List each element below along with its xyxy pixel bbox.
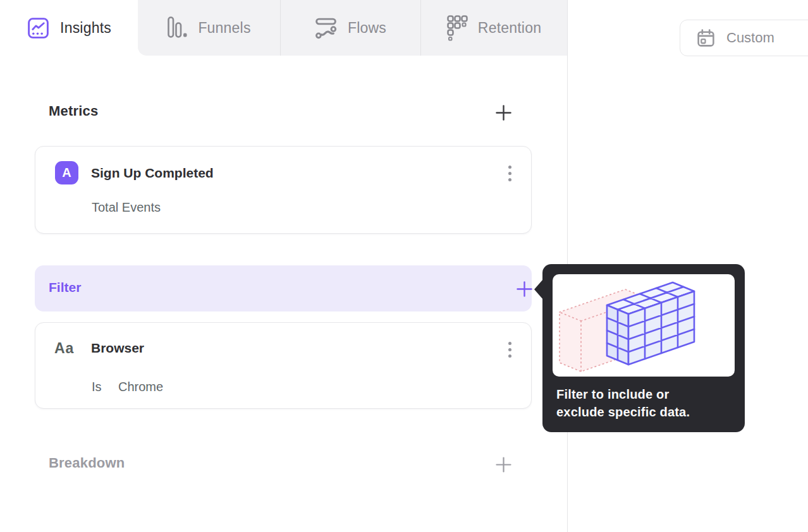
tab-flows-label: Flows [348, 20, 386, 37]
query-builder-panel: Insights Funnels Flows [0, 0, 568, 532]
plus-icon [495, 104, 512, 121]
date-range-custom-button[interactable]: Custom [680, 20, 808, 56]
tab-funnels-label: Funnels [198, 20, 250, 37]
filter-cube-illustration [553, 274, 735, 377]
tab-divider [280, 0, 281, 56]
tab-funnels[interactable]: Funnels [138, 0, 280, 56]
metric-card-sign-up-completed[interactable]: A Sign Up Completed Total Events [35, 146, 532, 234]
line-chart-icon [27, 16, 50, 40]
tooltip-text: Filter to include or exclude specific da… [556, 386, 711, 421]
tab-flows[interactable]: Flows [280, 0, 420, 56]
metrics-heading: Metrics [49, 103, 98, 119]
plus-icon [495, 456, 512, 473]
filter-section-row: Filter [35, 265, 532, 311]
tab-retention[interactable]: Retention [420, 0, 567, 56]
funnel-bars-icon [167, 16, 188, 40]
breakdown-heading: Breakdown [49, 455, 125, 471]
tab-divider [420, 0, 421, 56]
metric-series-badge: A [55, 161, 78, 184]
add-filter-button[interactable] [513, 277, 536, 300]
filter-heading: Filter [49, 280, 81, 295]
filter-value[interactable]: Chrome [118, 380, 163, 394]
date-range-label: Custom [726, 30, 774, 46]
metric-aggregation[interactable]: Total Events [92, 200, 161, 215]
filter-operator[interactable]: Is [92, 380, 102, 394]
dot-grid-icon [446, 15, 468, 41]
kebab-menu-icon[interactable] [501, 162, 518, 184]
tooltip-arrow [534, 279, 543, 299]
filter-property-name: Browser [91, 341, 144, 356]
calendar-icon [696, 28, 716, 48]
plus-icon [516, 281, 533, 298]
filter-tooltip: Filter to include or exclude specific da… [542, 264, 745, 432]
tab-insights[interactable]: Insights [0, 0, 138, 56]
flow-wave-icon [314, 16, 338, 40]
kebab-menu-icon[interactable] [501, 338, 518, 361]
add-breakdown-button[interactable] [492, 453, 515, 476]
filter-card-browser[interactable]: Aa Browser Is Chrome [35, 322, 532, 409]
tab-insights-label: Insights [60, 20, 111, 37]
report-type-tabbar: Insights Funnels Flows [0, 0, 567, 56]
add-metric-button[interactable] [492, 101, 515, 124]
tab-retention-label: Retention [478, 20, 541, 37]
metric-title: Sign Up Completed [91, 166, 214, 181]
string-property-icon: Aa [54, 340, 74, 357]
